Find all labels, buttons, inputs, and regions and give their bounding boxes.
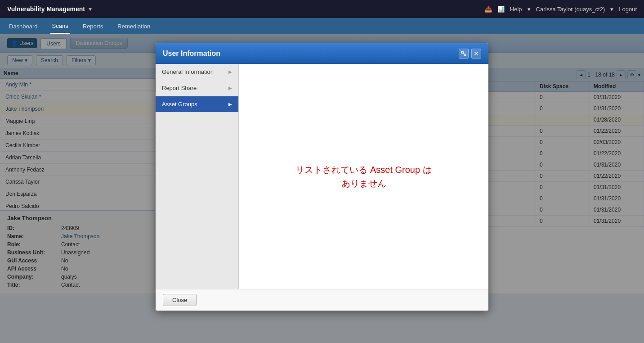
general-info-label: General Information xyxy=(162,68,214,75)
nav-remediation[interactable]: Remediation xyxy=(116,19,152,33)
sidebar-general-info[interactable]: General Information ▶ xyxy=(156,64,238,80)
top-nav-right: 📥 📊 Help ▾ Carissa Taylor (quays_ct2) ▾ … xyxy=(485,6,637,13)
app-dropdown-icon[interactable]: ▾ xyxy=(89,5,92,13)
user-information-modal: User Information ✕ xyxy=(156,43,488,311)
modal-sidebar: General Information ▶ Report Share ▶ Ass… xyxy=(156,64,239,289)
second-nav: Dashboard Scans Reports Remediation xyxy=(0,18,644,34)
nav-dashboard[interactable]: Dashboard xyxy=(7,19,40,33)
modal-overlay: User Information ✕ xyxy=(0,34,644,343)
app-title-area: Vulnerability Management ▾ xyxy=(7,5,92,13)
nav-scans[interactable]: Scans xyxy=(50,19,70,34)
modal-close-footer-button[interactable]: Close xyxy=(163,294,197,306)
help-link[interactable]: Help xyxy=(510,6,522,13)
logout-link[interactable]: Logout xyxy=(619,6,637,13)
asset-groups-label: Asset Groups xyxy=(162,101,197,108)
modal-body: General Information ▶ Report Share ▶ Ass… xyxy=(156,64,488,289)
notification-icon[interactable]: 📥 xyxy=(485,6,492,13)
empty-asset-groups-message: リストされている Asset Group はありません xyxy=(295,163,431,190)
report-share-label: Report Share xyxy=(162,85,197,91)
top-nav: Vulnerability Management ▾ 📥 📊 Help ▾ Ca… xyxy=(0,0,644,18)
modal-header-buttons: ✕ xyxy=(459,49,481,59)
modal-footer: Close xyxy=(156,289,488,311)
chevron-right-icon: ▶ xyxy=(228,86,232,90)
chevron-right-icon: ▶ xyxy=(228,102,232,107)
modal-close-button[interactable]: ✕ xyxy=(471,49,481,59)
chevron-right-icon: ▶ xyxy=(228,69,232,74)
modal-main-content: リストされている Asset Group はありません xyxy=(239,64,488,289)
modal-title: User Information xyxy=(163,50,220,58)
main-content: 👤 Users Users Distribution Groups New ▾ … xyxy=(0,34,644,343)
svg-rect-0 xyxy=(461,51,463,53)
sidebar-asset-groups[interactable]: Asset Groups ▶ xyxy=(156,96,238,113)
chart-icon[interactable]: 📊 xyxy=(497,6,505,13)
nav-reports[interactable]: Reports xyxy=(81,19,105,33)
svg-rect-1 xyxy=(464,54,466,56)
svg-line-2 xyxy=(463,53,464,54)
modal-header: User Information ✕ xyxy=(156,43,488,64)
app-title: Vulnerability Management xyxy=(7,5,85,13)
sidebar-report-share[interactable]: Report Share ▶ xyxy=(156,80,238,96)
modal-expand-button[interactable] xyxy=(459,49,469,59)
user-menu[interactable]: Carissa Taylor (quays_ct2) xyxy=(536,6,605,13)
